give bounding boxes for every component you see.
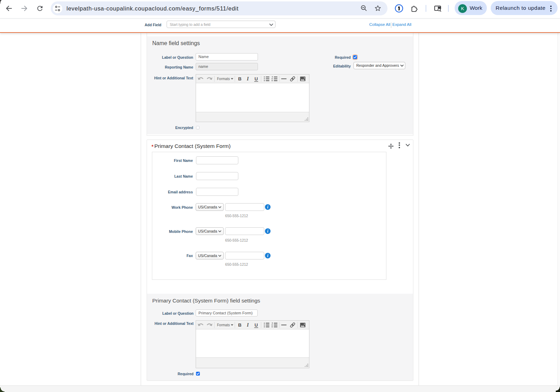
svg-text:B: B (238, 76, 241, 81)
svg-text:I: I (246, 76, 249, 81)
svg-text:Formats: Formats (217, 77, 230, 81)
svg-text:B: B (238, 322, 241, 328)
svg-text:U: U (254, 76, 258, 81)
svg-text:U: U (254, 322, 258, 328)
svg-text:I: I (246, 322, 249, 328)
svg-text:Formats: Formats (217, 323, 230, 327)
